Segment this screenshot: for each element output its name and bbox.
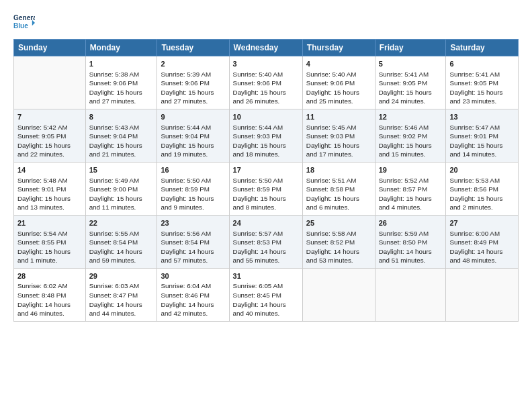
calendar-day: [446, 268, 519, 321]
day-number: 9: [161, 112, 225, 122]
day-number: 23: [161, 218, 225, 228]
day-info: Sunrise: 6:05 AMSunset: 8:45 PMDaylight:…: [233, 281, 299, 318]
calendar-header-row: SundayMondayTuesdayWednesdayThursdayFrid…: [14, 40, 519, 56]
calendar-day: [375, 268, 446, 321]
calendar-day: 6Sunrise: 5:41 AMSunset: 9:05 PMDaylight…: [446, 56, 519, 109]
day-info: Sunrise: 5:58 AMSunset: 8:52 PMDaylight:…: [306, 229, 371, 265]
day-info: Sunrise: 6:02 AMSunset: 8:48 PMDaylight:…: [17, 281, 82, 318]
day-info: Sunrise: 5:40 AMSunset: 9:06 PMDaylight:…: [306, 70, 371, 106]
day-number: 20: [449, 165, 515, 175]
day-info: Sunrise: 5:43 AMSunset: 9:04 PMDaylight:…: [89, 123, 154, 159]
calendar-day: 27Sunrise: 6:00 AMSunset: 8:49 PMDayligh…: [446, 215, 519, 268]
calendar-day: 20Sunrise: 5:53 AMSunset: 8:56 PMDayligh…: [446, 162, 519, 215]
calendar-day: 25Sunrise: 5:58 AMSunset: 8:52 PMDayligh…: [302, 215, 375, 268]
day-number: 8: [89, 112, 154, 122]
header-friday: Friday: [375, 40, 446, 56]
day-number: 27: [449, 218, 515, 228]
day-info: Sunrise: 5:56 AMSunset: 8:54 PMDaylight:…: [161, 229, 225, 265]
day-number: 29: [89, 271, 154, 281]
svg-text:Blue: Blue: [13, 22, 28, 30]
logo-area: General Blue: [13, 12, 35, 34]
day-number: 10: [233, 112, 299, 122]
day-info: Sunrise: 5:44 AMSunset: 9:04 PMDaylight:…: [161, 123, 225, 159]
calendar-day: 21Sunrise: 5:54 AMSunset: 8:55 PMDayligh…: [14, 215, 86, 268]
calendar-day: 12Sunrise: 5:46 AMSunset: 9:02 PMDayligh…: [375, 109, 446, 162]
calendar-day: 23Sunrise: 5:56 AMSunset: 8:54 PMDayligh…: [157, 215, 229, 268]
header-saturday: Saturday: [446, 40, 519, 56]
day-info: Sunrise: 5:42 AMSunset: 9:05 PMDaylight:…: [17, 123, 82, 159]
header-monday: Monday: [85, 40, 157, 56]
svg-text:General: General: [13, 14, 35, 21]
header: General Blue: [13, 12, 519, 34]
day-number: 26: [379, 218, 443, 228]
day-number: 1: [89, 59, 154, 69]
header-sunday: Sunday: [14, 40, 86, 56]
calendar-day: 28Sunrise: 6:02 AMSunset: 8:48 PMDayligh…: [14, 268, 86, 321]
day-number: 15: [89, 165, 154, 175]
day-number: 31: [233, 271, 299, 281]
page: General Blue SundayMondayTuesdayWednesda…: [0, 0, 532, 334]
day-info: Sunrise: 5:38 AMSunset: 9:06 PMDaylight:…: [89, 70, 154, 106]
calendar-day: 22Sunrise: 5:55 AMSunset: 8:54 PMDayligh…: [85, 215, 157, 268]
day-info: Sunrise: 5:50 AMSunset: 8:59 PMDaylight:…: [161, 176, 225, 212]
day-info: Sunrise: 5:41 AMSunset: 9:05 PMDaylight:…: [379, 70, 443, 106]
day-number: 6: [449, 59, 515, 69]
day-number: 28: [17, 271, 82, 281]
day-info: Sunrise: 6:00 AMSunset: 8:49 PMDaylight:…: [449, 229, 515, 265]
day-info: Sunrise: 5:57 AMSunset: 8:53 PMDaylight:…: [233, 229, 299, 265]
calendar-day: 26Sunrise: 5:59 AMSunset: 8:50 PMDayligh…: [375, 215, 446, 268]
day-number: 16: [161, 165, 225, 175]
calendar-day: 29Sunrise: 6:03 AMSunset: 8:47 PMDayligh…: [85, 268, 157, 321]
calendar-week-2: 7Sunrise: 5:42 AMSunset: 9:05 PMDaylight…: [14, 109, 519, 162]
header-tuesday: Tuesday: [157, 40, 229, 56]
calendar-day: 9Sunrise: 5:44 AMSunset: 9:04 PMDaylight…: [157, 109, 229, 162]
day-number: 19: [379, 165, 443, 175]
day-info: Sunrise: 6:03 AMSunset: 8:47 PMDaylight:…: [89, 281, 154, 318]
calendar-week-5: 28Sunrise: 6:02 AMSunset: 8:48 PMDayligh…: [14, 268, 519, 321]
calendar-day: 30Sunrise: 6:04 AMSunset: 8:46 PMDayligh…: [157, 268, 229, 321]
day-number: 30: [161, 271, 225, 281]
calendar-day: 31Sunrise: 6:05 AMSunset: 8:45 PMDayligh…: [229, 268, 302, 321]
day-info: Sunrise: 5:49 AMSunset: 9:00 PMDaylight:…: [89, 176, 154, 212]
day-info: Sunrise: 6:04 AMSunset: 8:46 PMDaylight:…: [161, 281, 225, 318]
day-info: Sunrise: 5:59 AMSunset: 8:50 PMDaylight:…: [379, 229, 443, 265]
day-number: 5: [379, 59, 443, 69]
calendar: SundayMondayTuesdayWednesdayThursdayFrid…: [13, 39, 519, 322]
day-number: 12: [379, 112, 443, 122]
day-info: Sunrise: 5:53 AMSunset: 8:56 PMDaylight:…: [449, 176, 515, 212]
calendar-day: 4Sunrise: 5:40 AMSunset: 9:06 PMDaylight…: [302, 56, 375, 109]
day-number: 4: [306, 59, 371, 69]
day-info: Sunrise: 5:54 AMSunset: 8:55 PMDaylight:…: [17, 229, 82, 265]
day-number: 25: [306, 218, 371, 228]
calendar-day: 16Sunrise: 5:50 AMSunset: 8:59 PMDayligh…: [157, 162, 229, 215]
day-number: 14: [17, 165, 82, 175]
calendar-day: 17Sunrise: 5:50 AMSunset: 8:59 PMDayligh…: [229, 162, 302, 215]
day-number: 7: [17, 112, 82, 122]
calendar-day: 13Sunrise: 5:47 AMSunset: 9:01 PMDayligh…: [446, 109, 519, 162]
calendar-day: 18Sunrise: 5:51 AMSunset: 8:58 PMDayligh…: [302, 162, 375, 215]
day-info: Sunrise: 5:39 AMSunset: 9:06 PMDaylight:…: [161, 70, 225, 106]
calendar-day: 15Sunrise: 5:49 AMSunset: 9:00 PMDayligh…: [85, 162, 157, 215]
calendar-day: 7Sunrise: 5:42 AMSunset: 9:05 PMDaylight…: [14, 109, 86, 162]
calendar-day: [14, 56, 86, 109]
calendar-day: 14Sunrise: 5:48 AMSunset: 9:01 PMDayligh…: [14, 162, 86, 215]
calendar-day: 5Sunrise: 5:41 AMSunset: 9:05 PMDaylight…: [375, 56, 446, 109]
header-thursday: Thursday: [302, 40, 375, 56]
header-wednesday: Wednesday: [229, 40, 302, 56]
day-number: 18: [306, 165, 371, 175]
day-info: Sunrise: 5:48 AMSunset: 9:01 PMDaylight:…: [17, 176, 82, 212]
calendar-day: 2Sunrise: 5:39 AMSunset: 9:06 PMDaylight…: [157, 56, 229, 109]
day-info: Sunrise: 5:50 AMSunset: 8:59 PMDaylight:…: [233, 176, 299, 212]
day-number: 3: [233, 59, 299, 69]
logo-icon: General Blue: [13, 12, 35, 34]
day-info: Sunrise: 5:52 AMSunset: 8:57 PMDaylight:…: [379, 176, 443, 212]
calendar-day: 11Sunrise: 5:45 AMSunset: 9:03 PMDayligh…: [302, 109, 375, 162]
calendar-day: 8Sunrise: 5:43 AMSunset: 9:04 PMDaylight…: [85, 109, 157, 162]
calendar-week-3: 14Sunrise: 5:48 AMSunset: 9:01 PMDayligh…: [14, 162, 519, 215]
day-number: 17: [233, 165, 299, 175]
calendar-week-4: 21Sunrise: 5:54 AMSunset: 8:55 PMDayligh…: [14, 215, 519, 268]
calendar-day: 1Sunrise: 5:38 AMSunset: 9:06 PMDaylight…: [85, 56, 157, 109]
day-info: Sunrise: 5:51 AMSunset: 8:58 PMDaylight:…: [306, 176, 371, 212]
day-number: 13: [449, 112, 515, 122]
day-info: Sunrise: 5:45 AMSunset: 9:03 PMDaylight:…: [306, 123, 371, 159]
